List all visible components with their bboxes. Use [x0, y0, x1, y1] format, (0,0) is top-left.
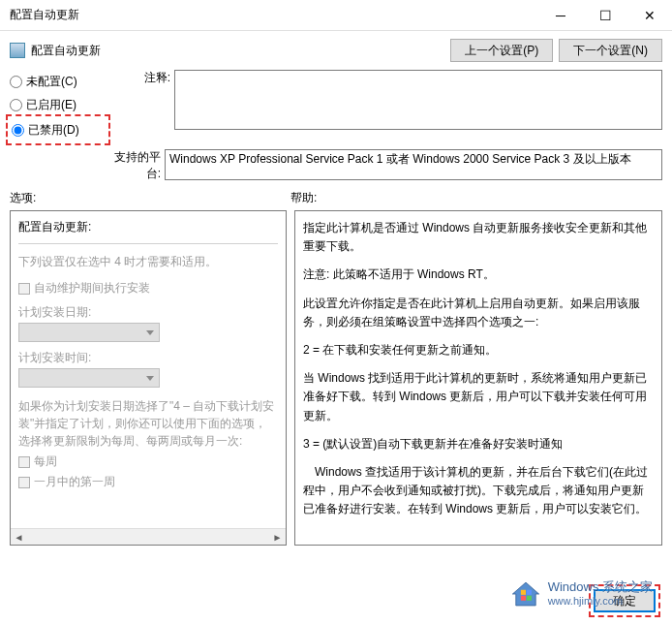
- help-paragraph: Windows 查找适用于该计算机的更新，并在后台下载它们(在此过程中，用户不会…: [303, 463, 654, 519]
- comment-label: 注释:: [116, 70, 174, 130]
- minimize-button[interactable]: ─: [538, 0, 583, 31]
- window-title: 配置自动更新: [10, 7, 538, 23]
- help-label: 帮助:: [290, 190, 662, 206]
- prev-setting-button[interactable]: 上一个设置(P): [450, 39, 553, 62]
- help-paragraph: 3 = (默认设置)自动下载更新并在准备好安装时通知: [303, 435, 654, 453]
- titlebar: 配置自动更新 ─ ☐ ✕: [0, 0, 672, 31]
- help-paragraph: 注意: 此策略不适用于 Windows RT。: [303, 266, 654, 284]
- policy-icon: [10, 43, 25, 58]
- options-label: 选项:: [10, 190, 290, 206]
- scroll-left-icon[interactable]: ◄: [11, 529, 27, 545]
- scroll-right-icon[interactable]: ►: [269, 529, 286, 545]
- weekly-checkbox: 每周: [18, 453, 278, 470]
- schedule-day-select: [18, 323, 160, 342]
- radio-group: 未配置(C) 已启用(E) 已禁用(D): [10, 70, 107, 143]
- schedule-day-label: 计划安装日期:: [18, 304, 278, 321]
- options-note: 下列设置仅在选中 4 时才需要和适用。: [18, 254, 278, 270]
- svg-rect-1: [521, 595, 526, 600]
- svg-marker-0: [512, 582, 538, 606]
- page-title: 配置自动更新: [31, 43, 444, 59]
- schedule-time-label: 计划安装时间:: [18, 350, 278, 366]
- auto-maintenance-checkbox: 自动维护期间执行安装: [18, 280, 278, 297]
- comment-textarea[interactable]: [174, 70, 662, 130]
- maximize-button[interactable]: ☐: [583, 0, 627, 31]
- svg-rect-2: [526, 595, 531, 600]
- options-pane: 配置自动更新: 下列设置仅在选中 4 时才需要和适用。 自动维护期间执行安装 计…: [10, 210, 287, 546]
- radio-disabled[interactable]: 已禁用(D): [12, 118, 105, 141]
- help-pane: 指定此计算机是否通过 Windows 自动更新服务接收安全更新和其他重要下载。 …: [294, 210, 662, 546]
- horizontal-scrollbar[interactable]: ◄ ►: [11, 528, 286, 545]
- close-button[interactable]: ✕: [627, 0, 672, 31]
- next-setting-button[interactable]: 下一个设置(N): [559, 39, 662, 62]
- svg-rect-3: [521, 589, 526, 594]
- options-heading: 配置自动更新:: [18, 219, 278, 235]
- ok-button[interactable]: 确定: [594, 589, 656, 612]
- help-paragraph: 当 Windows 找到适用于此计算机的更新时，系统将通知用户更新已准备好下载。…: [303, 369, 654, 425]
- help-paragraph: 2 = 在下载和安装任何更新之前通知。: [303, 341, 654, 359]
- help-paragraph: 此设置允许你指定是否在此计算机上启用自动更新。如果启用该服务，则必须在组策略设置…: [303, 295, 654, 331]
- schedule-time-select: [18, 368, 160, 388]
- option4-intro: 如果你为计划安装日期选择了"4 – 自动下载计划安装"并指定了计划，则你还可以使…: [18, 397, 278, 450]
- help-paragraph: 指定此计算机是否通过 Windows 自动更新服务接收安全更新和其他重要下载。: [303, 219, 654, 256]
- first-week-checkbox: 一月中的第一周: [18, 474, 278, 490]
- radio-not-configured[interactable]: 未配置(C): [10, 70, 107, 93]
- titlebar-buttons: ─ ☐ ✕: [538, 0, 672, 31]
- house-logo-icon: [509, 580, 542, 608]
- svg-rect-4: [526, 589, 531, 594]
- radio-enabled[interactable]: 已启用(E): [10, 93, 107, 116]
- platform-label: 支持的平台:: [107, 149, 165, 182]
- supported-platform-box[interactable]: Windows XP Professional Service Pack 1 或…: [165, 149, 662, 180]
